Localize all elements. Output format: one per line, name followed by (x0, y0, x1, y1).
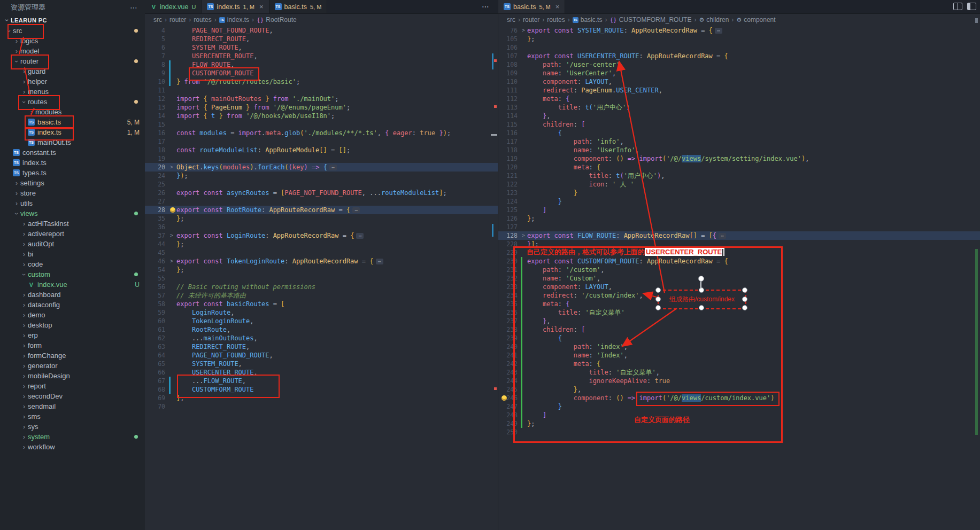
tree-item-sms[interactable]: ›sms (0, 411, 145, 422)
code-line-240[interactable]: 240 path: 'index', (498, 342, 980, 351)
code-line-24[interactable]: 24}); (145, 172, 498, 180)
code-line-113[interactable]: 113 title: t('用户中心') (498, 103, 980, 112)
code-line-114[interactable]: 114 }, (498, 112, 980, 120)
tree-item-dataconfig[interactable]: ›dataconfig (0, 300, 145, 310)
explorer-more-actions-icon[interactable]: ⋯ (130, 3, 137, 12)
code-line-234[interactable]: 234 redirect: '/custom/index', (498, 291, 980, 300)
code-line-239[interactable]: 239 { (498, 334, 980, 342)
code-line-115[interactable]: 115 children: [ (498, 120, 980, 129)
code-line-233[interactable]: 233 component: LAYOUT, (498, 283, 980, 291)
code-line-55[interactable]: 55 (145, 274, 498, 283)
tree-item-sys[interactable]: ›sys (0, 422, 145, 432)
code-line-35[interactable]: 35}; (145, 214, 498, 223)
fold-chevron-icon[interactable]: > (170, 257, 173, 266)
code-line-107[interactable]: 107export const USERCENTER_ROUTE: AppRou… (498, 52, 980, 60)
code-line-64[interactable]: 64 PAGE_NOT_FOUND_ROUTE, (145, 351, 498, 360)
code-line-61[interactable]: 61 RootRoute, (145, 325, 498, 334)
code-line-108[interactable]: 108 path: '/user-center', (498, 60, 980, 69)
code-line-123[interactable]: 123 } (498, 189, 980, 197)
code-line-109[interactable]: 109 name: 'UserCenter', (498, 69, 980, 77)
lightbulb-icon[interactable] (501, 395, 507, 401)
tree-item-workflow[interactable]: ›workflow (0, 442, 145, 452)
code-line-244[interactable]: 244 ignoreKeepAlive: true (498, 377, 980, 385)
breadcrumb-item-CUSTOMFORM_ROUTE[interactable]: {}CUSTOMFORM_ROUTE (609, 16, 691, 24)
layout-icon[interactable] (967, 3, 976, 10)
tree-item-system[interactable]: ›system (0, 432, 145, 442)
code-line-10[interactable]: 10} from '/@/router/routes/basic'; (145, 77, 498, 86)
breadcrumb-item-src[interactable]: src (507, 16, 515, 24)
code-line-45[interactable]: 45 (145, 248, 498, 257)
code-line-20[interactable]: 20>Object.keys(modules).forEach((key) =>… (145, 163, 498, 172)
breadcrumb-item-basic.ts[interactable]: TSbasic.ts (573, 16, 603, 24)
tree-item-routes[interactable]: ›routes (0, 97, 145, 107)
tree-item-generator[interactable]: ›generator (0, 361, 145, 371)
tree-item-mobileDesign[interactable]: ›mobileDesign (0, 371, 145, 381)
breadcrumb-item-index.ts[interactable]: TSindex.ts (219, 16, 249, 24)
code-line-70[interactable]: 70 (145, 402, 498, 411)
tree-item-model[interactable]: ›model (0, 46, 145, 56)
code-line-15[interactable]: 15 (145, 120, 498, 129)
editor-more-actions-icon[interactable]: ⋯ (482, 2, 489, 11)
code-line-66[interactable]: 66 USERCENTER_ROUTE, (145, 368, 498, 377)
code-line-247[interactable]: 247 } (498, 402, 980, 411)
code-line-25[interactable]: 25 (145, 180, 498, 189)
code-line-62[interactable]: 62 ...mainOutRoutes, (145, 334, 498, 342)
code-line-4[interactable]: 4 PAGE_NOT_FOUND_ROUTE, (145, 26, 498, 35)
code-line-242[interactable]: 242 meta: { (498, 360, 980, 368)
code-line-11[interactable]: 11 (145, 86, 498, 95)
code-line-118[interactable]: 118 name: 'UserInfo', (498, 146, 980, 154)
code-line-17[interactable]: 17 (145, 137, 498, 146)
tree-item-index.vue[interactable]: Vindex.vueU (0, 279, 145, 290)
tree-item-router[interactable]: ›router (0, 56, 145, 66)
code-line-63[interactable]: 63 REDIRECT_ROUTE, (145, 342, 498, 351)
code-line-16[interactable]: 16const modules = import.meta.glob('./mo… (145, 129, 498, 137)
tree-item-types.ts[interactable]: TStypes.ts (0, 168, 145, 178)
tree-item-formChange[interactable]: ›formChange (0, 350, 145, 361)
code-line-116[interactable]: 116 { (498, 129, 980, 137)
close-icon[interactable]: × (555, 3, 560, 11)
tree-item-constant.ts[interactable]: TSconstant.ts (0, 147, 145, 158)
code-line-127[interactable]: 127 (498, 223, 980, 231)
code-line-125[interactable]: 125 ] (498, 206, 980, 214)
tab-basic.ts[interactable]: TSbasic.ts5, M× (498, 0, 565, 13)
code-line-46[interactable]: 46>export const TokenLoginRoute: AppRout… (145, 257, 498, 266)
code-line-18[interactable]: 18const routeModuleList: AppRouteModule[… (145, 146, 498, 154)
project-section-header[interactable]: › LEARUN PC (0, 15, 145, 26)
code-line-76[interactable]: 76>export const SYSTEM_ROUTE: AppRouteRe… (498, 26, 980, 35)
tab-basic.ts[interactable]: TSbasic.ts5, M (269, 0, 328, 13)
tree-item-sendmail[interactable]: ›sendmail (0, 401, 145, 411)
tree-item-form[interactable]: ›form (0, 340, 145, 350)
code-line-8[interactable]: 8 FLOW_ROUTE, (145, 60, 498, 69)
breadcrumb-item-routes[interactable]: routes (547, 16, 565, 24)
code-line-229[interactable]: 229 (498, 248, 980, 257)
tree-item-activereport[interactable]: ›activereport (0, 229, 145, 239)
tree-item-settings[interactable]: ›settings (0, 178, 145, 188)
code-line-37[interactable]: 37>export const LoginRoute: AppRouteReco… (145, 231, 498, 240)
fold-chevron-icon[interactable]: > (522, 26, 525, 35)
tree-item-store[interactable]: ›store (0, 188, 145, 198)
code-line-54[interactable]: 54}; (145, 266, 498, 274)
breadcrumb-item-component[interactable]: ⚙component (736, 16, 775, 24)
code-line-6[interactable]: 6 SYSTEM_ROUTE, (145, 43, 498, 52)
code-line-26[interactable]: 26export const asyncRoutes = [PAGE_NOT_F… (145, 189, 498, 197)
code-line-245[interactable]: 245 }, (498, 385, 980, 394)
lightbulb-icon[interactable] (170, 207, 175, 213)
code-line-19[interactable]: 19 (145, 154, 498, 163)
code-line-59[interactable]: 59 LoginRoute, (145, 308, 498, 317)
code-line-111[interactable]: 111 redirect: PageEnum.USER_CENTER, (498, 86, 980, 95)
tree-item-src[interactable]: ›src (0, 26, 145, 36)
tree-item-bi[interactable]: ›bi (0, 249, 145, 259)
code-editor-left[interactable]: 4 PAGE_NOT_FOUND_ROUTE,5 REDIRECT_ROUTE,… (145, 26, 498, 411)
breadcrumb-item-children[interactable]: ⚙children (699, 16, 729, 24)
code-line-230[interactable]: 230export const CUSTOMFORM_ROUTE: AppRou… (498, 257, 980, 266)
code-line-241[interactable]: 241 name: 'Index', (498, 351, 980, 360)
code-line-236[interactable]: 236 title: '自定义菜单' (498, 308, 980, 317)
tree-item-auditOpt[interactable]: ›auditOpt (0, 239, 145, 249)
code-line-9[interactable]: 9 CUSTOMFORM_ROUTE (145, 69, 498, 77)
code-line-27[interactable]: 27 (145, 197, 498, 206)
tree-item-actHiTaskinst[interactable]: ›actHiTaskinst (0, 219, 145, 229)
code-line-67[interactable]: 67 ...FLOW_ROUTE, (145, 377, 498, 385)
code-line-12[interactable]: 12import { mainOutRoutes } from './mainO… (145, 95, 498, 103)
tree-item-utils[interactable]: ›utils (0, 198, 145, 208)
tree-item-mainOut.ts[interactable]: TSmainOut.ts (0, 137, 145, 147)
